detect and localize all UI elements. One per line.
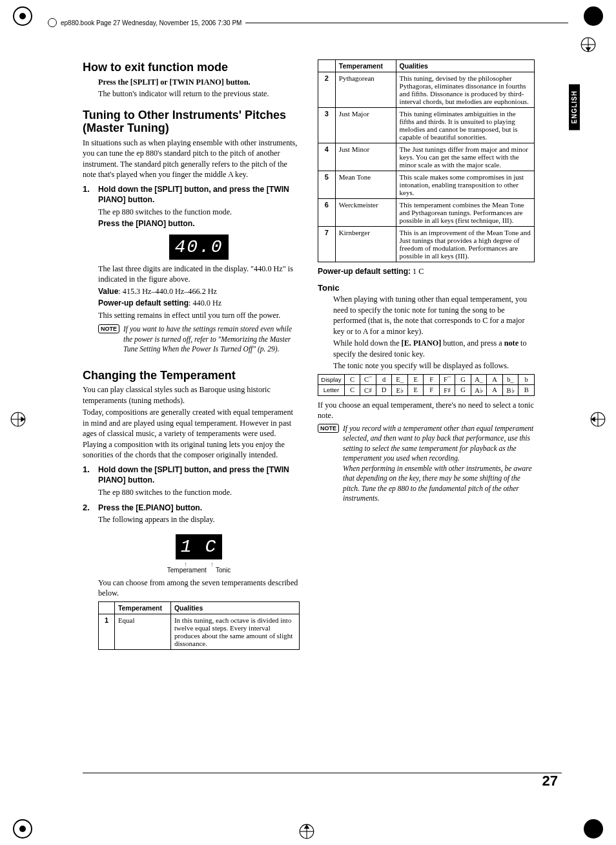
table-row: 3Just MajorThis tuning eliminates ambigu… — [318, 108, 535, 143]
display-440: 40.0 — [169, 235, 228, 260]
display-1c: 1 C — [176, 534, 222, 559]
remain-text: This setting remains in effect until you… — [98, 310, 300, 320]
note-tonic: If you record with a temperament other t… — [343, 424, 535, 504]
exit-instruction-body: The button's indicator will return to th… — [98, 89, 300, 99]
temper-after: You can choose from among the seven temp… — [98, 578, 300, 599]
fig-labels: Temperament Tonic — [167, 567, 231, 574]
tonic-p3: The tonic note you specify will be displ… — [333, 360, 535, 371]
temper-step-1-num: 1. — [83, 464, 93, 499]
section-master-tuning: Tuning to Other Instruments' Pitches (Ma… — [83, 109, 300, 135]
language-tab: ENGLISH — [569, 84, 580, 130]
step-1-bold: Hold down the [SPLIT] button, and press … — [98, 184, 300, 205]
master-tuning-intro: In situations such as when playing ensem… — [83, 138, 300, 180]
table-row: 6WerckmeisterThis temperament combines t… — [318, 199, 535, 227]
step-1-body: The ep 880 switches to the function mode… — [98, 207, 300, 217]
section-temperament: Changing the Temperament — [83, 369, 300, 382]
step-1-number: 1. — [83, 184, 93, 322]
exit-instruction-bold: Press the [SPLIT] or [TWIN PIANO] button… — [98, 77, 300, 87]
tonic-heading: Tonic — [318, 283, 535, 293]
book-spiral-icon — [48, 18, 57, 27]
table-row: 2PythagoreanThis tuning, devised by the … — [318, 72, 535, 108]
crop-mark-br — [584, 819, 603, 839]
footer-rule — [83, 773, 562, 773]
crop-mark-tr — [584, 6, 603, 26]
temper-step-2-body: The following appears in the display. — [98, 514, 300, 525]
registration-left — [10, 411, 26, 428]
temper-step-1-bold: Hold down the [SPLIT] button, and press … — [98, 464, 300, 486]
table-row: 4Just MinorThe Just tunings differ from … — [318, 143, 535, 171]
temperament-table-1: Temperament Qualities 1 Equal In this tu… — [98, 601, 300, 650]
tonic-table: Display CC¯dE_EFF¯GA_Ab_b Letter CC♯DE♭E… — [318, 374, 535, 396]
registration-bottom — [298, 823, 315, 840]
temper-step-2-bold: Press the [E.PIANO] button. — [98, 503, 300, 513]
note-master-tune: If you want to have the settings remain … — [123, 324, 300, 355]
table-row: 1 Equal In this tuning, each octave is d… — [99, 614, 300, 649]
pud-line: Power-up default setting: 440.0 Hz — [98, 298, 300, 308]
page-number: 27 — [542, 773, 558, 789]
temper-step-1-body: The ep 880 switches to the function mode… — [98, 487, 300, 497]
tonic-p2: While hold down the [E. PIANO] button, a… — [333, 338, 535, 359]
tonic-p1: When playing with tuning other than equa… — [333, 294, 535, 337]
crop-mark-bl — [13, 819, 32, 839]
page-header: ep880.book Page 27 Wednesday, November 1… — [48, 18, 568, 27]
section-exit-function-mode: How to exit function mode — [83, 61, 300, 74]
registration-right — [590, 411, 606, 428]
after-seg-text: The last three digits are indicated in t… — [98, 264, 300, 285]
temperament-p1: You can play classical styles such as Ba… — [83, 384, 300, 406]
temperament-table-2: Temperament Qualities 2PythagoreanThis t… — [318, 59, 535, 262]
table2-pud: Power-up default setting: 1 C — [318, 266, 535, 276]
crop-mark-tl — [13, 6, 32, 26]
right-column: Temperament Qualities 2PythagoreanThis t… — [318, 57, 535, 650]
header-text: ep880.book Page 27 Wednesday, November 1… — [61, 19, 241, 26]
note-badge-2: NOTE — [318, 424, 339, 433]
temperament-p2: Today, compositions are generally create… — [83, 407, 300, 460]
registration-top — [580, 36, 597, 53]
value-line: Value: 415.3 Hz–440.0 Hz–466.2 Hz — [98, 286, 300, 297]
tonic-after: If you choose an equal temperament, ther… — [318, 400, 535, 421]
table-row: 5Mean ToneThis scale makes some compromi… — [318, 171, 535, 199]
step-1-press: Press the [PIANO] button. — [98, 218, 300, 229]
left-column: How to exit function mode Press the [SPL… — [83, 57, 300, 650]
table-row: 7KirnbergerThis is an improvement of the… — [318, 227, 535, 262]
temper-step-2-num: 2. — [83, 503, 93, 650]
note-badge: NOTE — [98, 324, 119, 333]
